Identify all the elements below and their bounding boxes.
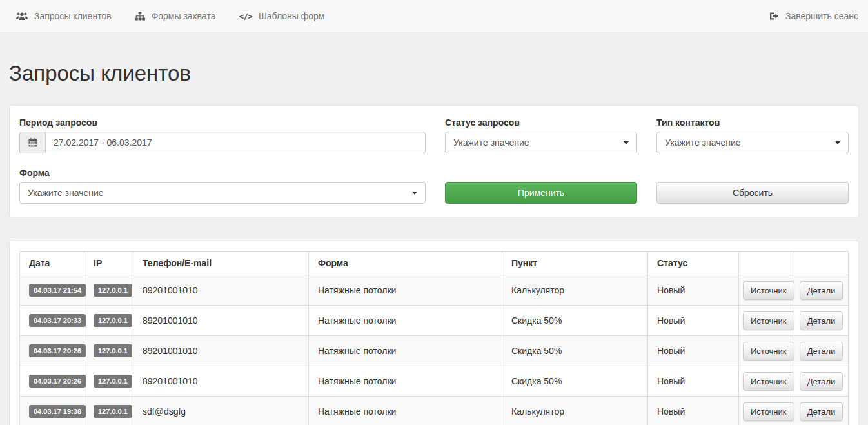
nav-right-group: Завершить сеанс <box>769 11 858 21</box>
header-source <box>739 252 794 275</box>
reset-button[interactable]: Сбросить <box>656 182 849 204</box>
top-navbar: Запросы клиентов Формы захвата </> Шабло… <box>0 0 868 33</box>
filter-period: Период запросов <box>19 117 426 153</box>
ip-badge: 127.0.0.1 <box>94 405 132 418</box>
status-cell: Новый <box>648 275 739 306</box>
source-cell: Источник <box>739 275 794 306</box>
ip-cell: 127.0.0.1 <box>84 306 133 336</box>
table-body: 04.03.17 21:54127.0.0.189201001010Натяжн… <box>20 275 849 425</box>
date-cell: 04.03.17 19:38 <box>20 397 84 425</box>
nav-item-capture-forms[interactable]: Формы захвата <box>135 11 216 21</box>
date-cell: 04.03.17 20:33 <box>20 306 84 336</box>
table-row: 04.03.17 21:54127.0.0.189201001010Натяжн… <box>20 275 849 306</box>
date-badge: 04.03.17 20:33 <box>29 314 86 327</box>
date-cell: 04.03.17 20:26 <box>20 336 84 366</box>
calendar-icon[interactable] <box>19 132 45 153</box>
nav-item-logout[interactable]: Завершить сеанс <box>769 11 858 21</box>
source-button[interactable]: Источник <box>743 311 794 330</box>
item-cell: Скидка 50% <box>502 336 648 366</box>
apply-button[interactable]: Применить <box>445 182 637 204</box>
requests-table-panel: Дата IP Телефон/E-mail Форма Пункт Стату… <box>9 241 859 425</box>
table-row: 04.03.17 20:26127.0.0.189201001010Натяжн… <box>20 336 849 366</box>
source-button[interactable]: Источник <box>743 402 794 421</box>
form-cell: Натяжные потолки <box>309 306 502 336</box>
header-details <box>794 252 849 275</box>
form-cell: Натяжные потолки <box>309 275 502 306</box>
status-cell: Новый <box>648 306 739 336</box>
contact-type-label: Тип контактов <box>656 117 849 128</box>
item-cell: Калькулятор <box>502 397 648 425</box>
date-badge: 04.03.17 19:38 <box>29 405 86 418</box>
period-input[interactable] <box>45 132 426 153</box>
header-item: Пункт <box>502 252 648 275</box>
header-ip: IP <box>84 252 133 275</box>
table-row: 04.03.17 19:38127.0.0.1sdf@dsgfgНатяжные… <box>20 397 849 425</box>
header-status: Статус <box>648 252 739 275</box>
contact-cell: 89201001010 <box>133 336 309 366</box>
form-label: Форма <box>19 168 426 178</box>
nav-item-client-requests[interactable]: Запросы клиентов <box>16 11 112 21</box>
source-button[interactable]: Источник <box>743 372 794 391</box>
contact-cell: 89201001010 <box>133 306 309 336</box>
details-button[interactable]: Детали <box>800 311 843 330</box>
ip-cell: 127.0.0.1 <box>84 366 133 397</box>
date-cell: 04.03.17 21:54 <box>20 275 84 306</box>
page-title: Запросы клиентов <box>9 61 859 86</box>
details-cell: Детали <box>794 275 849 306</box>
form-select[interactable]: Укажите значение <box>19 182 426 204</box>
date-badge: 04.03.17 21:54 <box>29 284 86 297</box>
source-cell: Источник <box>739 397 794 425</box>
apply-button-cell: Применить <box>445 168 637 204</box>
details-button[interactable]: Детали <box>800 281 843 300</box>
period-input-group <box>19 132 426 153</box>
contact-cell: sdf@dsgfg <box>133 397 309 425</box>
filter-contact-type: Тип контактов Укажите значение <box>656 117 849 153</box>
contact-type-select-value: Укажите значение <box>665 137 741 148</box>
source-button[interactable]: Источник <box>743 342 794 361</box>
sitemap-icon <box>135 12 145 21</box>
source-button[interactable]: Источник <box>743 281 794 300</box>
details-cell: Детали <box>794 366 849 397</box>
ip-badge: 127.0.0.1 <box>94 344 132 357</box>
details-button[interactable]: Детали <box>800 402 843 421</box>
contact-type-select[interactable]: Укажите значение <box>656 132 849 153</box>
details-button[interactable]: Детали <box>800 372 843 391</box>
users-icon <box>16 12 28 21</box>
contact-cell: 89201001010 <box>133 275 309 306</box>
header-date: Дата <box>20 252 84 275</box>
code-icon: </> <box>239 12 252 21</box>
form-cell: Натяжные потолки <box>309 366 502 397</box>
ip-badge: 127.0.0.1 <box>94 284 132 297</box>
source-cell: Источник <box>739 366 794 397</box>
ip-badge: 127.0.0.1 <box>94 375 132 388</box>
details-button[interactable]: Детали <box>800 342 843 361</box>
date-badge: 04.03.17 20:26 <box>29 344 86 357</box>
item-cell: Скидка 50% <box>502 366 648 397</box>
source-cell: Источник <box>739 336 794 366</box>
form-cell: Натяжные потолки <box>309 397 502 425</box>
status-select-value: Укажите значение <box>453 137 529 148</box>
nav-item-label: Шаблоны форм <box>259 11 325 21</box>
filter-form: Форма Укажите значение <box>19 168 426 204</box>
nav-left-group: Запросы клиентов Формы захвата </> Шабло… <box>16 11 348 21</box>
date-badge: 04.03.17 20:26 <box>29 375 86 388</box>
ip-cell: 127.0.0.1 <box>84 275 133 306</box>
page-container: Запросы клиентов Период запросов <box>0 61 868 425</box>
details-cell: Детали <box>794 336 849 366</box>
filter-panel: Период запросов <box>9 105 859 217</box>
ip-cell: 127.0.0.1 <box>84 397 133 425</box>
nav-item-label: Формы захвата <box>152 11 216 21</box>
nav-item-label: Завершить сеанс <box>785 11 858 21</box>
details-cell: Детали <box>794 306 849 336</box>
status-select[interactable]: Укажите значение <box>445 132 637 153</box>
item-cell: Скидка 50% <box>502 306 648 336</box>
status-cell: Новый <box>648 336 739 366</box>
nav-item-form-templates[interactable]: </> Шаблоны форм <box>239 11 324 21</box>
filter-status: Статус запросов Укажите значение <box>445 117 637 153</box>
chevron-down-icon <box>412 192 417 195</box>
status-cell: Новый <box>648 366 739 397</box>
table-header-row: Дата IP Телефон/E-mail Форма Пункт Стату… <box>20 252 849 275</box>
requests-table: Дата IP Телефон/E-mail Форма Пункт Стату… <box>19 251 849 425</box>
table-row: 04.03.17 20:26127.0.0.189201001010Натяжн… <box>20 366 849 397</box>
form-cell: Натяжные потолки <box>309 336 502 366</box>
